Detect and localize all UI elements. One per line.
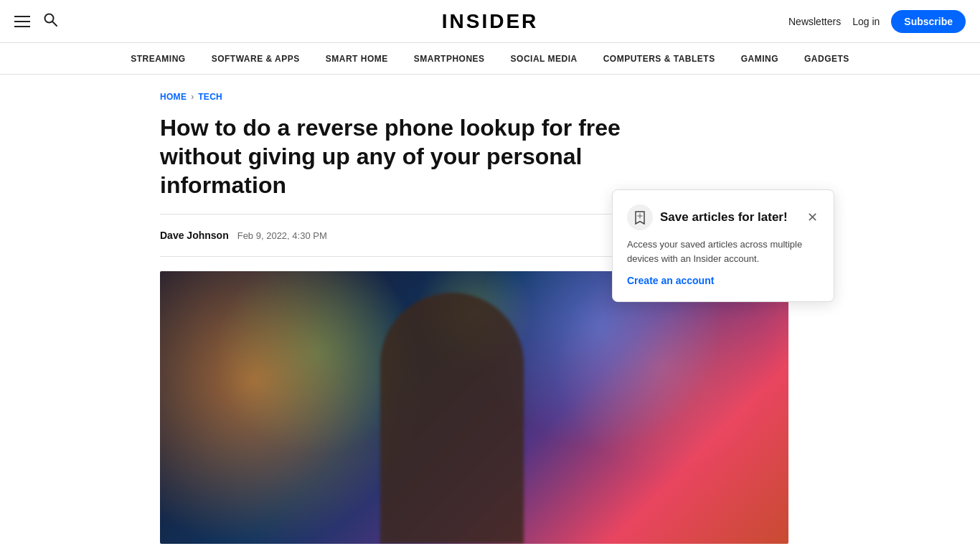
header-left [14, 12, 57, 30]
nav-item-gadgets[interactable]: GADGETS [803, 54, 851, 64]
save-popup-title: Save articles for later! [660, 210, 798, 225]
search-button[interactable] [43, 12, 57, 30]
article-date: Feb 9, 2022, 4:30 PM [237, 230, 327, 241]
save-articles-popup: Save articles for later! ✕ Access your s… [612, 189, 834, 302]
breadcrumb-home[interactable]: HOME [160, 92, 187, 102]
save-popup-description: Access your saved articles across multip… [627, 237, 819, 265]
article-title: How to do a reverse phone lookup for fre… [160, 113, 705, 199]
create-account-link[interactable]: Create an account [627, 275, 714, 286]
newsletters-link[interactable]: Newsletters [788, 16, 841, 27]
save-popup-close-button[interactable]: ✕ [806, 208, 819, 227]
main-nav: STREAMING SOFTWARE & APPS SMART HOME SMA… [0, 43, 980, 75]
header-right: Newsletters Log in Subscribe [788, 10, 966, 33]
nav-item-gaming[interactable]: GAMING [740, 54, 780, 64]
breadcrumb: HOME › TECH [160, 92, 820, 102]
breadcrumb-separator: › [191, 92, 194, 102]
nav-item-computers[interactable]: COMPUTERS & TABLETS [602, 54, 717, 64]
nav-item-socialmedia[interactable]: SOCIAL MEDIA [509, 54, 579, 64]
nav-item-smartphones[interactable]: SMARTPHONES [413, 54, 486, 64]
save-popup-header: Save articles for later! ✕ [627, 204, 819, 230]
breadcrumb-section[interactable]: TECH [198, 92, 222, 102]
nav-item-streaming[interactable]: STREAMING [129, 54, 187, 64]
site-header: INSIDER Newsletters Log in Subscribe [0, 0, 980, 43]
author-name[interactable]: Dave Johnson [160, 230, 229, 241]
hamburger-menu-icon[interactable] [14, 16, 30, 27]
login-link[interactable]: Log in [852, 16, 880, 27]
site-logo[interactable]: INSIDER [442, 10, 539, 33]
article-hero-image [160, 271, 788, 544]
subscribe-button[interactable]: Subscribe [891, 10, 966, 33]
nav-item-software[interactable]: SOFTWARE & APPS [210, 54, 301, 64]
svg-line-1 [52, 22, 57, 26]
nav-item-smarthome[interactable]: SMART HOME [324, 54, 390, 64]
main-content: HOME › TECH How to do a reverse phone lo… [146, 75, 834, 544]
save-popup-bookmark-icon [627, 204, 653, 230]
